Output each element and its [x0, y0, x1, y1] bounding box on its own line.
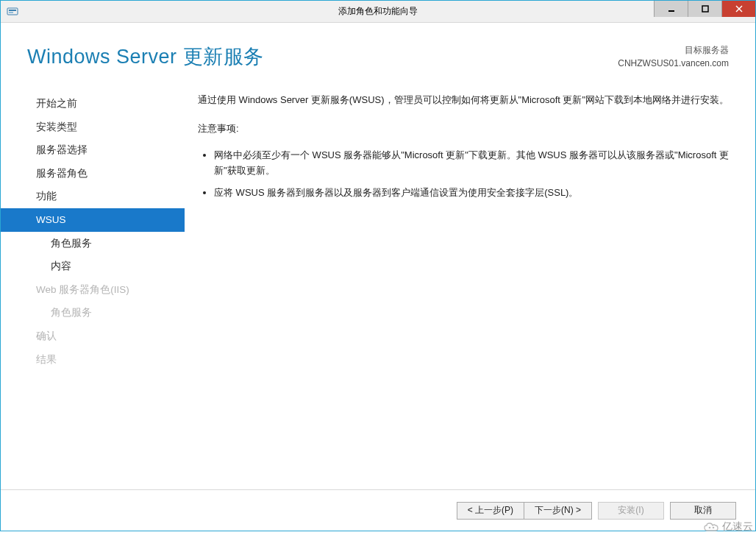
cancel-button[interactable]: 取消 [670, 502, 736, 520]
svg-rect-4 [702, 6, 708, 12]
install-button: 安装(I) [598, 502, 664, 520]
svg-point-8 [713, 527, 715, 529]
minimize-button[interactable] [654, 1, 688, 17]
svg-point-7 [709, 527, 711, 529]
next-button[interactable]: 下一步(N) > [524, 502, 592, 520]
header: Windows Server 更新服务 目标服务器 CNHZWSUS01.van… [1, 23, 755, 83]
footer-buttons: < 上一步(P) 下一步(N) > 安装(I) 取消 [1, 489, 755, 531]
page-title: Windows Server 更新服务 [27, 43, 264, 70]
sidebar-item-0[interactable]: 开始之前 [1, 92, 185, 116]
note-item-1: 应将 WSUS 服务器到服务器以及服务器到客户端通信设置为使用安全套接字层(SS… [214, 185, 730, 200]
sidebar-item-5[interactable]: WSUS [1, 208, 185, 232]
note-item-0: 网络中必须至少有一个 WSUS 服务器能够从"Microsoft 更新"下载更新… [214, 147, 730, 179]
watermark-text: 亿速云 [722, 520, 753, 534]
content-pane: 通过使用 Windows Server 更新服务(WSUS)，管理员可以控制如何… [185, 83, 755, 489]
watermark: 亿速云 [703, 520, 753, 534]
wizard-window: 添加角色和功能向导 Windows Server 更新服务 目标服务器 CNHZ… [0, 0, 756, 531]
notes-heading: 注意事项: [198, 121, 730, 136]
wizard-body: 开始之前安装类型服务器选择服务器角色功能WSUS角色服务内容Web 服务器角色(… [1, 83, 755, 489]
sidebar-item-7[interactable]: 内容 [1, 255, 185, 278]
window-controls [654, 1, 755, 22]
sidebar-item-11: 结果 [1, 348, 185, 372]
nav-button-group: < 上一步(P) 下一步(N) > [457, 502, 592, 520]
sidebar-item-10: 确认 [1, 325, 185, 348]
sidebar-item-4[interactable]: 功能 [1, 185, 185, 208]
intro-text: 通过使用 Windows Server 更新服务(WSUS)，管理员可以控制如何… [198, 92, 730, 107]
sidebar-item-1[interactable]: 安装类型 [1, 116, 185, 139]
target-server-label: 目标服务器 [618, 43, 729, 57]
close-button[interactable] [721, 1, 755, 17]
server-manager-icon [7, 6, 18, 18]
maximize-button[interactable] [688, 1, 721, 17]
previous-button[interactable]: < 上一步(P) [457, 502, 524, 520]
svg-rect-0 [7, 8, 18, 15]
cloud-icon [703, 521, 719, 533]
sidebar-nav: 开始之前安装类型服务器选择服务器角色功能WSUS角色服务内容Web 服务器角色(… [1, 83, 185, 489]
svg-rect-1 [9, 10, 16, 11]
svg-rect-2 [9, 12, 13, 13]
sidebar-item-9: 角色服务 [1, 301, 185, 325]
notes-list: 网络中必须至少有一个 WSUS 服务器能够从"Microsoft 更新"下载更新… [198, 147, 730, 200]
sidebar-item-2[interactable]: 服务器选择 [1, 138, 185, 162]
target-server-info: 目标服务器 CNHZWSUS01.vancen.com [618, 43, 729, 70]
sidebar-item-8: Web 服务器角色(IIS) [1, 278, 185, 302]
sidebar-item-6[interactable]: 角色服务 [1, 232, 185, 255]
target-server-name: CNHZWSUS01.vancen.com [618, 57, 729, 70]
window-title: 添加角色和功能向导 [338, 5, 418, 18]
sidebar-item-3[interactable]: 服务器角色 [1, 162, 185, 185]
titlebar: 添加角色和功能向导 [1, 1, 755, 23]
